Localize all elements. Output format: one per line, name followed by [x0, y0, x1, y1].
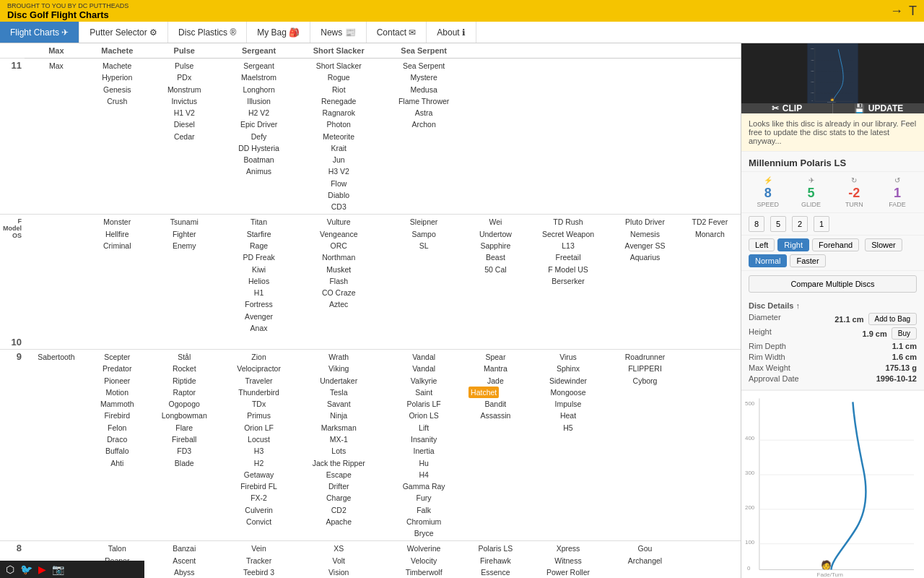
disc-traveler[interactable]: Traveler	[225, 375, 293, 387]
disc-fd3[interactable]: FD3	[149, 445, 219, 457]
disc-bandit[interactable]: Bandit	[468, 398, 523, 410]
disc-renegade[interactable]: Renegade	[298, 95, 379, 107]
compare-button[interactable]: Compare Multiple Discs	[749, 275, 917, 293]
disc-short-slacker[interactable]: Short Slacker	[298, 60, 379, 72]
disc-beast[interactable]: Beast	[468, 251, 523, 263]
disc-assassin[interactable]: Assassin	[468, 410, 523, 421]
disc-fortress[interactable]: Fortress	[225, 298, 293, 310]
disc-valkyrie[interactable]: Valkyrie	[385, 375, 463, 387]
disc-rage[interactable]: Rage	[225, 240, 293, 251]
disc-hellfire[interactable]: Hellfire	[91, 228, 144, 240]
disc-essence[interactable]: Essence	[468, 566, 523, 578]
disc-medusa[interactable]: Medusa	[385, 84, 463, 95]
disc-tesla[interactable]: Tesla	[298, 387, 379, 398]
disc-zion[interactable]: Zion	[225, 351, 293, 363]
disc-pd-freak[interactable]: PD Freak	[225, 251, 293, 263]
disc-xpress[interactable]: Xpress	[528, 543, 609, 554]
disc-h3[interactable]: H3	[225, 445, 293, 457]
disc-chromium[interactable]: Chromium	[385, 516, 463, 527]
disc-vulture[interactable]: Vulture	[298, 216, 379, 228]
disc-starfire[interactable]: Starfire	[225, 228, 293, 240]
disc-50-cal[interactable]: 50 Cal	[468, 264, 523, 275]
disc-ascent[interactable]: Ascent	[149, 555, 219, 566]
disc-witness[interactable]: Witness	[528, 555, 609, 566]
clip-button[interactable]: ✂ CLIP	[741, 103, 833, 113]
disc-primus[interactable]: Primus	[225, 410, 293, 421]
disc-archangel[interactable]: Archangel	[614, 555, 676, 566]
disc-secret-weapon[interactable]: Secret Weapon	[528, 228, 609, 240]
disc-td-rush[interactable]: TD Rush	[528, 216, 609, 228]
disc-impulse[interactable]: Impulse	[528, 398, 609, 410]
disc-ahti[interactable]: Ahti	[91, 457, 144, 469]
disc-motion[interactable]: Motion	[91, 387, 144, 398]
disc-longhorn[interactable]: Longhorn	[225, 84, 293, 95]
disc-flash[interactable]: Flash	[298, 275, 379, 287]
disc-raptor[interactable]: Raptor	[149, 387, 219, 398]
nav-contact[interactable]: Contact ✉	[367, 22, 427, 43]
disc-scepter[interactable]: Scepter	[91, 351, 144, 363]
disc-inertia[interactable]: Inertia	[385, 445, 463, 457]
disc-td2-fever[interactable]: TD2 Fever	[682, 216, 738, 228]
disc-thunderbird[interactable]: Thunderbird	[225, 387, 293, 398]
disc-jun[interactable]: Jun	[298, 154, 379, 165]
disc-freetail[interactable]: Freetail	[528, 251, 609, 263]
disc-orc[interactable]: ORC	[298, 240, 379, 251]
disc-anax[interactable]: Anax	[225, 322, 293, 334]
disc-enemy[interactable]: Enemy	[149, 240, 219, 251]
disc-heat[interactable]: Heat	[528, 410, 609, 421]
disc-boatman[interactable]: Boatman	[225, 154, 293, 165]
disc-vandal1[interactable]: Vandal	[385, 351, 463, 363]
disc-defy[interactable]: Defy	[225, 131, 293, 142]
disc-h1[interactable]: H1	[225, 287, 293, 298]
disc-felon[interactable]: Felon	[91, 422, 144, 434]
disc-hatchet[interactable]: Hatchet	[468, 387, 499, 398]
update-button[interactable]: 💾 UPDATE	[833, 103, 924, 113]
disc-insanity[interactable]: Insanity	[385, 434, 463, 445]
nav-flight-charts[interactable]: Flight Charts ✈	[0, 22, 79, 43]
disc-polaris-lf[interactable]: Polaris LF	[385, 398, 463, 410]
disc-aquarius[interactable]: Aquarius	[614, 251, 676, 263]
disc-avenger[interactable]: Avenger	[225, 311, 293, 322]
user-icon[interactable]: T	[909, 4, 917, 19]
disc-abyss[interactable]: Abyss	[149, 566, 219, 578]
disc-northman[interactable]: Northman	[298, 251, 379, 263]
disc-longbowman[interactable]: Longbowman	[149, 410, 219, 421]
disc-fireball[interactable]: Fireball	[149, 434, 219, 445]
nav-about[interactable]: About ℹ	[427, 22, 476, 43]
disc-l13[interactable]: L13	[528, 240, 609, 251]
disc-epic-driver[interactable]: Epic Driver	[225, 118, 293, 130]
disc-sea-serpent[interactable]: Sea Serpent	[385, 60, 463, 72]
disc-sergeant[interactable]: Sergeant	[225, 60, 293, 72]
disc-predator[interactable]: Predator	[91, 363, 144, 374]
disc-flame-thrower[interactable]: Flame Thrower	[385, 95, 463, 107]
disc-talon[interactable]: Talon	[91, 543, 144, 554]
disc-drifter[interactable]: Drifter	[298, 480, 379, 492]
disc-banzai[interactable]: Banzai	[149, 543, 219, 554]
disc-sleipner[interactable]: Sleipner	[385, 216, 463, 228]
disc-sapphire[interactable]: Sapphire	[468, 240, 523, 251]
disc-fx2[interactable]: FX-2	[225, 492, 293, 504]
footer-twitter-icon[interactable]: 🐦	[20, 564, 32, 575]
disc-flare[interactable]: Flare	[149, 422, 219, 434]
disc-cd2[interactable]: CD2	[298, 504, 379, 516]
disc-getaway[interactable]: Getaway	[225, 469, 293, 480]
disc-monarch[interactable]: Monarch	[682, 228, 738, 240]
login-icon[interactable]: →	[890, 4, 903, 19]
disc-teebird3[interactable]: Teebird 3	[225, 566, 293, 578]
disc-sampo[interactable]: Sampo	[385, 228, 463, 240]
footer-disc-icon[interactable]: ⬡	[6, 564, 14, 575]
disc-ninja[interactable]: Ninja	[298, 410, 379, 421]
disc-firehawk[interactable]: Firehawk	[468, 555, 523, 566]
disc-volt[interactable]: Volt	[298, 555, 379, 566]
disc-diablo[interactable]: Diablo	[298, 189, 379, 201]
nav-disc-plastics[interactable]: Disc Plastics ®	[168, 22, 247, 43]
disc-fury[interactable]: Fury	[385, 492, 463, 504]
disc-draco[interactable]: Draco	[91, 434, 144, 445]
disc-titan[interactable]: Titan	[225, 216, 293, 228]
disc-crush[interactable]: Crush	[91, 95, 144, 107]
disc-vandal2[interactable]: Vandal	[385, 363, 463, 374]
disc-monster[interactable]: Monster	[91, 216, 144, 228]
disc-helios[interactable]: Helios	[225, 275, 293, 287]
disc-timberwolf[interactable]: Timberwolf	[385, 566, 463, 578]
disc-illusion[interactable]: Illusion	[225, 95, 293, 107]
